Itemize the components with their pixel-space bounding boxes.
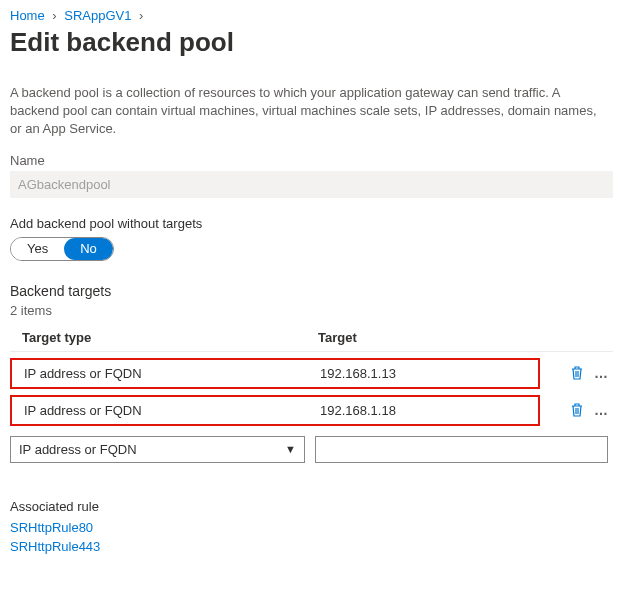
page-title: Edit backend pool xyxy=(10,27,613,58)
toggle-yes[interactable]: Yes xyxy=(11,238,64,260)
rule-link[interactable]: SRHttpRule443 xyxy=(10,537,613,557)
backend-targets-heading: Backend targets xyxy=(10,283,613,299)
table-header: Target type Target xyxy=(10,324,613,352)
row-target: 192.168.1.13 xyxy=(320,366,530,381)
table-row: IP address or FQDN 192.168.1.13 … xyxy=(10,358,613,389)
chevron-right-icon: › xyxy=(139,8,143,23)
breadcrumb: Home › SRAppGV1 › xyxy=(10,8,613,23)
associated-rule-section: Associated rule SRHttpRule80 SRHttpRule4… xyxy=(10,499,613,557)
row-type: IP address or FQDN xyxy=(20,403,320,418)
chevron-down-icon: ▼ xyxy=(285,443,296,455)
more-icon[interactable]: … xyxy=(594,365,609,381)
description-text: A backend pool is a collection of resour… xyxy=(10,84,600,139)
select-value: IP address or FQDN xyxy=(19,442,137,457)
column-target-type: Target type xyxy=(18,330,318,345)
delete-icon[interactable] xyxy=(568,401,586,419)
name-input[interactable] xyxy=(10,171,613,198)
target-row-highlight: IP address or FQDN 192.168.1.18 xyxy=(10,395,540,426)
no-targets-toggle[interactable]: Yes No xyxy=(10,237,114,261)
chevron-right-icon: › xyxy=(52,8,56,23)
name-label: Name xyxy=(10,153,613,168)
breadcrumb-item[interactable]: SRAppGV1 xyxy=(64,8,131,23)
rule-link[interactable]: SRHttpRule80 xyxy=(10,518,613,538)
items-count: 2 items xyxy=(10,303,613,318)
target-input[interactable] xyxy=(315,436,608,463)
table-row: IP address or FQDN 192.168.1.18 … xyxy=(10,395,613,426)
breadcrumb-home[interactable]: Home xyxy=(10,8,45,23)
target-type-select[interactable]: IP address or FQDN ▼ xyxy=(10,436,305,463)
toggle-no[interactable]: No xyxy=(64,238,113,260)
row-type: IP address or FQDN xyxy=(20,366,320,381)
more-icon[interactable]: … xyxy=(594,402,609,418)
new-target-row: IP address or FQDN ▼ xyxy=(10,436,608,463)
column-target: Target xyxy=(318,330,605,345)
no-targets-label: Add backend pool without targets xyxy=(10,216,613,231)
row-target: 192.168.1.18 xyxy=(320,403,530,418)
associated-rule-label: Associated rule xyxy=(10,499,613,514)
delete-icon[interactable] xyxy=(568,364,586,382)
target-row-highlight: IP address or FQDN 192.168.1.13 xyxy=(10,358,540,389)
